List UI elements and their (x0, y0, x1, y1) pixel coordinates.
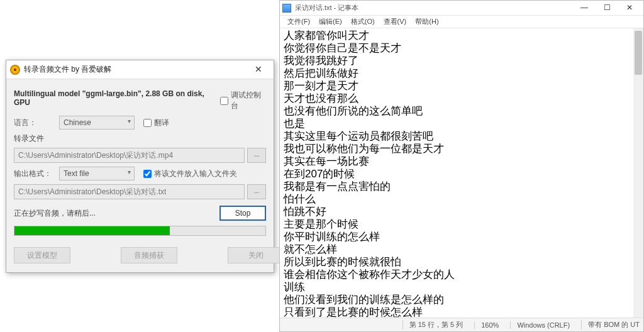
notepad-window: 采访对话.txt - 记事本 — ☐ ✕ 文件(F) 编辑(E) 格式(O) 查… (279, 0, 644, 332)
minimize-button[interactable]: — (573, 1, 596, 15)
menu-view[interactable]: 查看(V) (380, 17, 411, 26)
status-encoding: 带有 BOM 的 UT (581, 320, 640, 329)
transcribe-file-section: 转录文件 (14, 133, 44, 144)
debug-console-checkbox[interactable]: 调试控制台 (220, 90, 266, 111)
language-select[interactable] (59, 116, 135, 130)
notepad-icon (282, 4, 291, 13)
transcribe-dialog: 转录音频文件 by 吾爱破解 ✕ Multilingual model "ggm… (6, 60, 274, 273)
put-in-folder-checkbox[interactable]: 将该文件放入输入文件夹 (143, 169, 237, 179)
language-label: 语言： (14, 118, 59, 128)
progress-fill (14, 226, 170, 235)
debug-console-input[interactable] (220, 97, 228, 105)
dialog-close-button[interactable]: ✕ (247, 62, 270, 78)
status-cursor-pos: 第 15 行，第 5 列 (402, 320, 464, 329)
output-path-field[interactable] (14, 184, 245, 199)
browse-output-button[interactable]: ... (247, 184, 266, 199)
output-format-label: 输出格式： (14, 169, 59, 179)
dialog-title: 转录音频文件 by 吾爱破解 (24, 64, 247, 75)
translate-input[interactable] (143, 119, 152, 127)
audio-capture-button[interactable]: 音频捕获 (121, 247, 177, 263)
window-close-button[interactable]: ✕ (618, 1, 641, 15)
notepad-statusbar: 第 15 行，第 5 列 160% Windows (CRLF) 带有 BOM … (280, 318, 643, 331)
menu-edit[interactable]: 编辑(E) (315, 17, 346, 26)
scrollbar-thumb[interactable] (635, 31, 642, 75)
translate-label: 翻译 (154, 118, 169, 128)
maximize-button[interactable]: ☐ (596, 1, 618, 15)
status-zoom: 160% (474, 321, 499, 329)
set-model-button[interactable]: 设置模型 (14, 247, 70, 263)
notepad-menubar: 文件(F) 编辑(E) 格式(O) 查看(V) 帮助(H) (280, 16, 643, 28)
menu-format[interactable]: 格式(O) (347, 17, 379, 26)
status-eol: Windows (CRLF) (510, 321, 570, 329)
put-in-folder-label: 将该文件放入输入文件夹 (154, 169, 237, 179)
menu-file[interactable]: 文件(F) (284, 17, 314, 26)
progress-bar (14, 226, 266, 236)
notepad-titlebar[interactable]: 采访对话.txt - 记事本 — ☐ ✕ (280, 1, 643, 16)
dialog-body: Multilingual model "ggml-large.bin", 2.8… (6, 79, 274, 272)
translate-checkbox[interactable]: 翻译 (143, 118, 169, 128)
stop-button[interactable]: Stop (219, 206, 266, 221)
output-format-select[interactable] (59, 167, 135, 180)
debug-console-label: 调试控制台 (231, 90, 266, 111)
model-info: Multilingual model "ggml-large.bin", 2.8… (14, 89, 211, 107)
menu-help[interactable]: 帮助(H) (411, 17, 442, 26)
notepad-title: 采访对话.txt - 记事本 (295, 3, 573, 13)
scrollbar[interactable] (633, 28, 643, 318)
notepad-textarea[interactable]: 人家都管你叫天才 你觉得你自己是不是天才 我觉得我跳好了 然后把训练做好 那一刻… (280, 28, 643, 318)
browse-input-button[interactable]: ... (247, 148, 266, 163)
status-text: 正在抄写音频，请稍后... (14, 208, 96, 219)
dialog-titlebar[interactable]: 转录音频文件 by 吾爱破解 ✕ (6, 60, 274, 79)
close-button[interactable]: 关闭 (228, 247, 284, 263)
input-path-field[interactable] (14, 148, 245, 163)
app-icon (10, 65, 20, 75)
put-in-folder-input[interactable] (143, 170, 152, 178)
